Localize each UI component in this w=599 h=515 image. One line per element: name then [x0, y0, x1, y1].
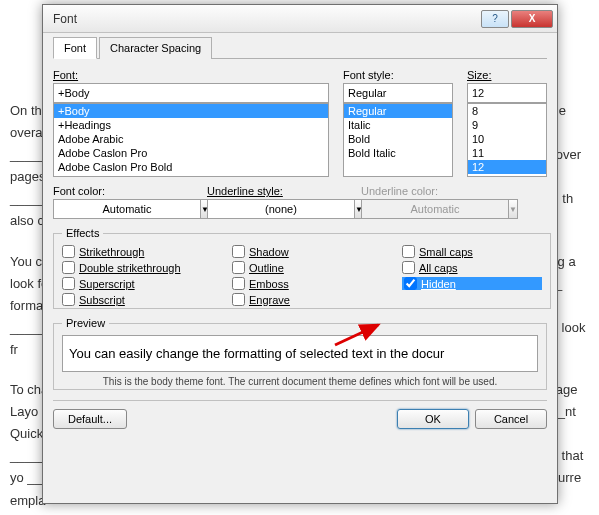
close-button[interactable]: X — [511, 10, 553, 28]
engrave-checkbox[interactable]: Engrave — [232, 293, 372, 306]
dialog-title: Font — [53, 12, 479, 26]
underline-color-value — [361, 199, 509, 219]
size-listbox[interactable]: 8 9 10 11 12 — [467, 103, 547, 177]
list-item[interactable]: 11 — [468, 146, 546, 160]
titlebar[interactable]: Font ? X — [43, 5, 557, 33]
double-strikethrough-checkbox[interactable]: Double strikethrough — [62, 261, 202, 274]
tab-strip: Font Character Spacing — [53, 37, 547, 59]
list-item[interactable]: 12 — [468, 160, 546, 174]
preview-note: This is the body theme font. The current… — [62, 376, 538, 387]
all-caps-checkbox[interactable]: All caps — [402, 261, 542, 274]
list-item[interactable]: Adobe Caslon Pro — [54, 146, 328, 160]
tab-font[interactable]: Font — [53, 37, 97, 59]
list-item[interactable]: Italic — [344, 118, 452, 132]
list-item[interactable]: Adobe Arabic — [54, 132, 328, 146]
tab-character-spacing[interactable]: Character Spacing — [99, 37, 212, 59]
font-color-combo[interactable]: ▼ — [53, 199, 193, 219]
preview-legend: Preview — [62, 317, 109, 329]
small-caps-checkbox[interactable]: Small caps — [402, 245, 542, 258]
style-listbox[interactable]: Regular Italic Bold Bold Italic — [343, 103, 453, 177]
underline-color-combo: ▼ — [361, 199, 501, 219]
font-label: Font: — [53, 69, 329, 81]
underline-style-label: Underline style: — [207, 185, 347, 197]
effects-group: Effects Strikethrough Double strikethrou… — [53, 227, 551, 309]
ok-button[interactable]: OK — [397, 409, 469, 429]
style-label: Font style: — [343, 69, 453, 81]
underline-color-label: Underline color: — [361, 185, 501, 197]
size-label: Size: — [467, 69, 547, 81]
chevron-down-icon: ▼ — [509, 199, 518, 219]
help-button[interactable]: ? — [481, 10, 509, 28]
outline-checkbox[interactable]: Outline — [232, 261, 372, 274]
underline-style-combo[interactable]: ▼ — [207, 199, 347, 219]
hidden-checkbox[interactable]: Hidden — [402, 277, 542, 290]
cancel-button[interactable]: Cancel — [475, 409, 547, 429]
list-item[interactable]: +Headings — [54, 118, 328, 132]
emboss-checkbox[interactable]: Emboss — [232, 277, 372, 290]
list-item[interactable]: Adobe Caslon Pro Bold — [54, 160, 328, 174]
font-listbox[interactable]: +Body +Headings Adobe Arabic Adobe Caslo… — [53, 103, 329, 177]
list-item[interactable]: 9 — [468, 118, 546, 132]
list-item[interactable]: 8 — [468, 104, 546, 118]
list-item[interactable]: Bold Italic — [344, 146, 452, 160]
font-color-value[interactable] — [53, 199, 201, 219]
strikethrough-checkbox[interactable]: Strikethrough — [62, 245, 202, 258]
list-item[interactable]: Regular — [344, 104, 452, 118]
font-dialog: Font ? X Font Character Spacing Font: +B… — [42, 4, 558, 504]
preview-text: You can easily change the formatting of … — [62, 335, 538, 372]
style-input[interactable] — [343, 83, 453, 103]
subscript-checkbox[interactable]: Subscript — [62, 293, 202, 306]
font-color-label: Font color: — [53, 185, 193, 197]
list-item[interactable]: +Body — [54, 104, 328, 118]
underline-style-value[interactable] — [207, 199, 355, 219]
default-button[interactable]: Default... — [53, 409, 127, 429]
shadow-checkbox[interactable]: Shadow — [232, 245, 372, 258]
list-item[interactable]: 10 — [468, 132, 546, 146]
size-input[interactable] — [467, 83, 547, 103]
superscript-checkbox[interactable]: Superscript — [62, 277, 202, 290]
preview-group: Preview You can easily change the format… — [53, 317, 547, 390]
font-input[interactable] — [53, 83, 329, 103]
list-item[interactable]: Bold — [344, 132, 452, 146]
effects-legend: Effects — [62, 227, 103, 239]
